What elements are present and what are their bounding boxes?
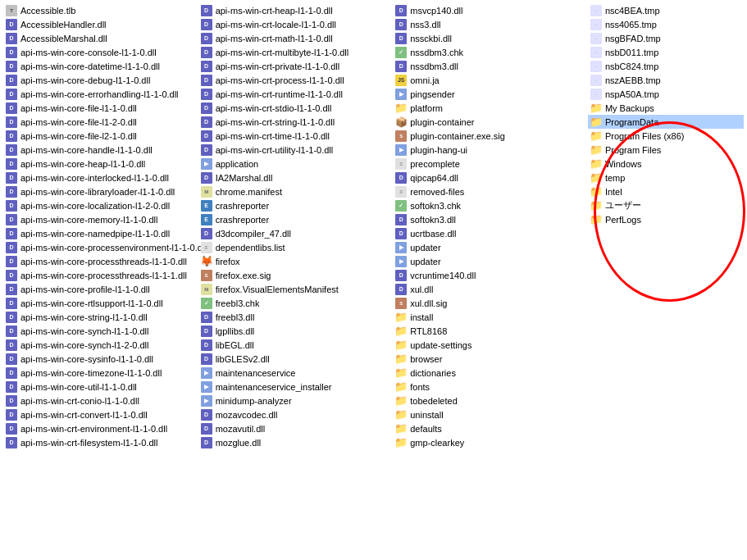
list-item[interactable]: Dmsvcp140.dll [393, 3, 588, 17]
list-item[interactable]: 📁temp [588, 171, 744, 184]
list-item[interactable]: ·nsbC824.tmp [588, 59, 744, 73]
list-item[interactable]: Dapi-ms-win-crt-string-l1-1-0.dll [198, 115, 394, 129]
list-item[interactable]: ≡precomplete [393, 157, 588, 171]
list-item[interactable]: Dapi-ms-win-crt-conio-l1-1-0.dll [3, 394, 198, 407]
list-item[interactable]: Dnssdbm3.dll [393, 59, 588, 73]
list-item[interactable]: Dapi-ms-win-core-namedpipe-l1-1-0.dll [3, 226, 198, 240]
list-item[interactable]: Dapi-ms-win-core-handle-l1-1-0.dll [3, 143, 198, 157]
list-item[interactable]: Dapi-ms-win-crt-time-l1-1-0.dll [198, 129, 394, 143]
list-item[interactable]: Dapi-ms-win-crt-locale-l1-1-0.dll [198, 17, 394, 31]
list-item[interactable]: ≡removed-files [393, 184, 588, 198]
list-item[interactable]: Dapi-ms-win-crt-multibyte-l1-1-0.dll [198, 45, 394, 59]
list-item[interactable]: Dapi-ms-win-crt-environment-l1-1-0.dll [3, 421, 198, 435]
list-item[interactable]: 📁Program Files (x86) [588, 129, 744, 143]
list-item[interactable]: Dapi-ms-win-crt-stdio-l1-1-0.dll [198, 101, 394, 115]
list-item[interactable]: Dapi-ms-win-core-processenvironment-l1-1… [3, 240, 198, 254]
list-item[interactable]: 📁install [393, 310, 588, 324]
list-item[interactable]: Dapi-ms-win-core-synch-l1-2-0.dll [3, 338, 198, 352]
list-item[interactable]: ✓nssdbm3.chk [393, 45, 588, 59]
list-item[interactable]: Dapi-ms-win-core-timezone-l1-1-0.dll [3, 366, 198, 380]
list-item[interactable]: DlibEGL.dll [198, 338, 394, 352]
list-item[interactable]: Sfirefox.exe.sig [198, 268, 394, 282]
list-item[interactable]: DlibGLESv2.dll [198, 352, 394, 366]
list-item[interactable]: Dmozglue.dll [198, 435, 394, 449]
list-item[interactable]: Dmozavcodec.dll [198, 407, 394, 421]
list-item[interactable]: Splugin-container.exe.sig [393, 129, 588, 143]
list-item[interactable]: Dapi-ms-win-core-heap-l1-1-0.dll [3, 157, 198, 171]
list-item[interactable]: Dapi-ms-win-core-synch-l1-1-0.dll [3, 324, 198, 338]
list-item[interactable]: Dvcruntime140.dll [393, 268, 588, 282]
list-item[interactable]: DAccessibleMarshal.dll [3, 31, 198, 45]
list-item[interactable]: 📁Windows [588, 157, 744, 171]
list-item[interactable]: DIA2Marshal.dll [198, 171, 394, 184]
list-item[interactable]: Dd3dcompiler_47.dll [198, 226, 394, 240]
list-item[interactable]: Dapi-ms-win-core-console-l1-1-0.dll [3, 45, 198, 59]
list-item[interactable]: 📁Intel [588, 184, 744, 198]
list-item[interactable]: ·nsgBFAD.tmp [588, 31, 744, 45]
list-item[interactable]: Dnssckbi.dll [393, 31, 588, 45]
list-item[interactable]: Dapi-ms-win-crt-filesystem-l1-1-0.dll [3, 435, 198, 449]
list-item[interactable]: Ecrashreporter [198, 198, 394, 212]
list-item[interactable]: Dapi-ms-win-core-processthreads-l1-1-0.d… [3, 254, 198, 268]
list-item[interactable]: 📦plugin-container [393, 115, 588, 129]
list-item[interactable]: ≡dependentlibs.list [198, 240, 394, 254]
list-item[interactable]: Dapi-ms-win-core-util-l1-1-0.dll [3, 380, 198, 394]
list-item[interactable]: 📁fonts [393, 380, 588, 394]
list-item[interactable]: 📁defaults [393, 421, 588, 435]
list-item[interactable]: Mchrome.manifest [198, 184, 394, 198]
list-item[interactable]: 📁RTL8168 [393, 324, 588, 338]
list-item[interactable]: ▶updater [393, 254, 588, 268]
list-item[interactable]: JSomni.ja [393, 73, 588, 87]
list-item[interactable]: ·nspA50A.tmp [588, 87, 744, 101]
list-item[interactable]: Dapi-ms-win-crt-process-l1-1-0.dll [198, 73, 394, 87]
list-item[interactable]: ▶minidump-analyzer [198, 394, 394, 407]
list-item[interactable]: Dapi-ms-win-core-file-l1-2-0.dll [3, 115, 198, 129]
list-item[interactable]: Dapi-ms-win-crt-utility-l1-1-0.dll [198, 143, 394, 157]
list-item[interactable]: 🦊firefox [198, 254, 394, 268]
list-item[interactable]: Dapi-ms-win-core-string-l1-1-0.dll [3, 310, 198, 324]
list-item[interactable]: ·nszAEBB.tmp [588, 73, 744, 87]
list-item[interactable]: ▶updater [393, 240, 588, 254]
list-item[interactable]: Dapi-ms-win-crt-private-l1-1-0.dll [198, 59, 394, 73]
list-item[interactable]: Dapi-ms-win-core-libraryloader-l1-1-0.dl… [3, 184, 198, 198]
list-item[interactable]: Dapi-ms-win-core-memory-l1-1-0.dll [3, 212, 198, 226]
list-item[interactable]: 📁ProgramData [588, 115, 744, 129]
list-item[interactable]: Dapi-ms-win-core-sysinfo-l1-1-0.dll [3, 352, 198, 366]
list-item[interactable]: Dsoftokn3.dll [393, 212, 588, 226]
list-item[interactable]: 📁browser [393, 352, 588, 366]
list-item[interactable]: 📁update-settings [393, 338, 588, 352]
list-item[interactable]: Dapi-ms-win-crt-runtime-l1-1-0.dll [198, 87, 394, 101]
list-item[interactable]: 📁tobedeleted [393, 394, 588, 407]
list-item[interactable]: ✓freebl3.chk [198, 296, 394, 310]
list-item[interactable]: Dapi-ms-win-crt-heap-l1-1-0.dll [198, 3, 394, 17]
list-item[interactable]: 📁My Backups [588, 101, 744, 115]
list-item[interactable]: Dapi-ms-win-crt-convert-l1-1-0.dll [3, 407, 198, 421]
list-item[interactable]: 📁uninstall [393, 407, 588, 421]
list-item[interactable]: ·nsbD011.tmp [588, 45, 744, 59]
list-item[interactable]: Sxul.dll.sig [393, 296, 588, 310]
list-item[interactable]: Ecrashreporter [198, 212, 394, 226]
list-item[interactable]: 📁platform [393, 101, 588, 115]
list-item[interactable]: TAccessible.tlb [3, 3, 198, 17]
list-item[interactable]: Dapi-ms-win-crt-math-l1-1-0.dll [198, 31, 394, 45]
list-item[interactable]: Dlgpllibs.dll [198, 324, 394, 338]
list-item[interactable]: Dmozavutil.dll [198, 421, 394, 435]
list-item[interactable]: Dapi-ms-win-core-interlocked-l1-1-0.dll [3, 171, 198, 184]
list-item[interactable]: ▶maintenanceservice_installer [198, 380, 394, 394]
list-item[interactable]: ▶application [198, 157, 394, 171]
list-item[interactable]: ·nss4065.tmp [588, 17, 744, 31]
list-item[interactable]: 📁PerfLogs [588, 212, 744, 226]
list-item[interactable]: Ducrtbase.dll [393, 226, 588, 240]
list-item[interactable]: Mfirefox.VisualElementsManifest [198, 282, 394, 296]
list-item[interactable]: Dnss3.dll [393, 17, 588, 31]
list-item[interactable]: Dapi-ms-win-core-processthreads-l1-1-1.d… [3, 268, 198, 282]
list-item[interactable]: Dapi-ms-win-core-localization-l1-2-0.dll [3, 198, 198, 212]
list-item[interactable]: 📁gmp-clearkey [393, 435, 588, 449]
list-item[interactable]: 📁dictionaries [393, 366, 588, 380]
list-item[interactable]: Dapi-ms-win-core-debug-l1-1-0.dll [3, 73, 198, 87]
list-item[interactable]: Dapi-ms-win-core-profile-l1-1-0.dll [3, 282, 198, 296]
list-item[interactable]: 📁ユーザー [588, 198, 744, 212]
list-item[interactable]: ▶plugin-hang-ui [393, 143, 588, 157]
list-item[interactable]: ✓softokn3.chk [393, 198, 588, 212]
list-item[interactable]: ·nsc4BEA.tmp [588, 3, 744, 17]
